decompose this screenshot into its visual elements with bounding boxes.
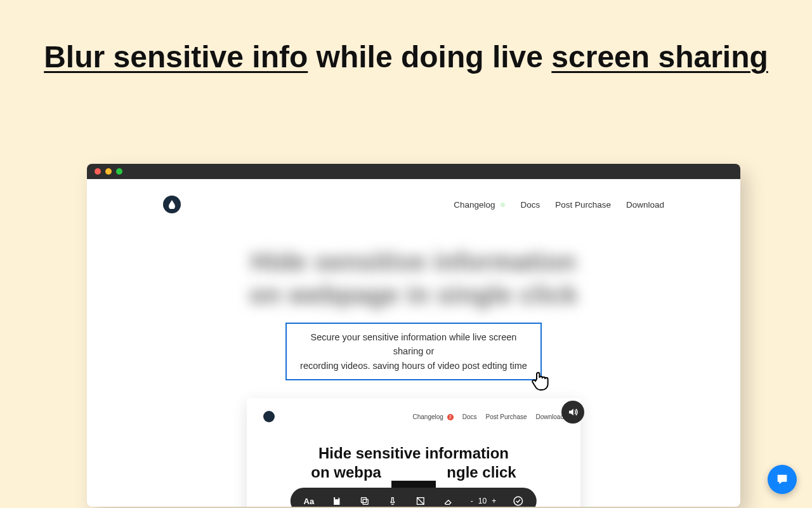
close-dot[interactable] [95,168,101,175]
selection-box[interactable]: Secure your sensitive information while … [285,323,542,380]
preview-nav-changelog: Changelog 2 [413,413,454,420]
preview-nav-docs: Docs [462,413,477,420]
zoom-value: 10 [478,497,487,505]
preview-title-line-2b: ngle click [447,464,516,481]
selected-text-line-2: recording videos. saving hours of video … [300,361,527,371]
nav-changelog[interactable]: Changelog [454,200,505,210]
preview-title-line-1: Hide sensitive information [318,444,509,462]
blurred-line-1: Hide sensitive information [251,248,576,276]
preview-logo [263,411,275,422]
preview-changelog-badge: 2 [447,414,454,420]
eraser-tool-button[interactable] [443,495,454,507]
headline: Blur sensitive info while doing live scr… [0,0,812,78]
hero-section: Hide sensitive information on webpage in… [87,245,740,507]
hand-cursor-icon [529,368,554,393]
brush-tool-button[interactable] [387,495,398,507]
save-button[interactable] [331,495,343,507]
blurred-line-2: on webpage in single click [249,281,578,309]
zoom-out-button[interactable]: - [471,497,473,505]
svg-rect-1 [361,498,366,503]
floating-toolbar: Aa - 10 + [291,488,537,507]
minimize-dot[interactable] [105,168,112,175]
nav-download[interactable]: Download [626,200,664,210]
zoom-controls: - 10 + [471,497,496,505]
headline-underline-2: screen sharing [551,40,768,74]
preview-title-line-2a: on webpa [311,464,381,481]
text-tool-button[interactable]: Aa [303,495,315,507]
changelog-indicator-icon [501,203,505,207]
mute-button[interactable] [561,401,584,424]
svg-rect-0 [363,499,368,504]
confirm-button[interactable] [513,495,524,507]
preview-title: Hide sensitive information on webpa ngle… [263,444,564,482]
preview-nav: Changelog 2 Docs Post Purchase Download [263,411,564,422]
headline-underline-1: Blur sensitive info [44,40,308,74]
nav-docs[interactable]: Docs [520,200,540,210]
crop-tool-button[interactable] [415,495,426,507]
browser-window: Changelog Docs Post Purchase Download Hi… [87,164,740,507]
blurred-hero-title: Hide sensitive information on webpage in… [87,245,740,311]
headline-mid: while doing live [308,40,551,74]
maximize-dot[interactable] [116,168,122,175]
svg-point-3 [514,497,523,505]
chat-support-button[interactable] [768,465,797,494]
preview-nav-post-purchase: Post Purchase [485,413,527,420]
window-titlebar [87,164,740,179]
nav-changelog-label: Changelog [454,200,495,210]
zoom-in-button[interactable]: + [492,497,496,505]
copy-button[interactable] [359,495,370,507]
selected-text-line-1: Secure your sensitive information while … [311,332,517,356]
preview-nav-download: Download [536,413,564,420]
site-nav: Changelog Docs Post Purchase Download [87,179,740,213]
nav-post-purchase[interactable]: Post Purchase [555,200,611,210]
site-logo[interactable] [163,196,181,213]
